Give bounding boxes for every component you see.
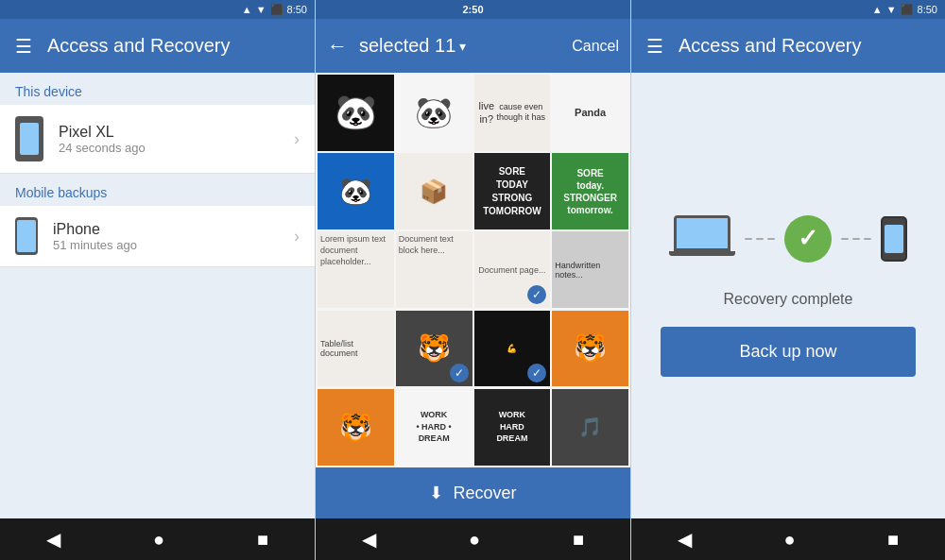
laptop-screen (674, 215, 730, 251)
iphone-device-item[interactable]: iPhone 51 minutes ago › (0, 206, 315, 267)
recovery-complete-label: Recovery complete (724, 291, 853, 308)
transfer-diagram: ✓ (669, 215, 907, 263)
iphone-icon (15, 217, 38, 255)
photo-cell[interactable]: 🐯 ✓ (396, 311, 472, 387)
recover-button[interactable]: ⬇ Recover (316, 467, 630, 518)
photo-selected-check: ✓ (450, 364, 469, 382)
photo-cell[interactable]: WORKHARDDREAM (474, 389, 551, 466)
photo-cell[interactable]: Document page... ✓ (474, 231, 551, 308)
dash (864, 238, 871, 240)
middle-time: 2:50 (462, 4, 483, 15)
left-status-bar: ▲ ▼ ⬛ 8:50 (0, 0, 315, 19)
selected-count-label: selected 11 (359, 35, 455, 57)
pixel-time: 24 seconds ago (59, 141, 294, 155)
iphone-time: 51 minutes ago (53, 238, 294, 252)
right-nav-bar: ◀ ● ■ (631, 518, 945, 560)
pixel-chevron-icon: › (294, 129, 300, 149)
iphone-name: iPhone (53, 221, 294, 238)
pixel-icon (15, 116, 43, 161)
right-time: 8:50 (918, 4, 937, 15)
pixel-info: Pixel XL 24 seconds ago (59, 124, 294, 155)
photo-cell[interactable]: SORETODAYSTRONGTOMORROW (474, 153, 551, 229)
left-recent-button[interactable]: ■ (249, 521, 276, 558)
left-content: This device Pixel XL 24 seconds ago › Mo… (0, 73, 315, 518)
right-status-bar: ▲ ▼ ⬛ 8:50 (631, 0, 945, 19)
left-panel: ▲ ▼ ⬛ 8:50 ☰ Access and Recovery This de… (0, 0, 316, 560)
pixel-name: Pixel XL (59, 124, 294, 141)
left-battery-icon: ⬛ (270, 4, 284, 16)
iphone-chevron-icon: › (294, 227, 300, 246)
right-home-button[interactable]: ● (776, 521, 802, 558)
dash (767, 238, 775, 240)
photo-cell[interactable]: WORK• HARD •DREAM (396, 389, 472, 466)
left-time: 8:50 (287, 4, 307, 15)
recover-label: Recover (453, 484, 516, 503)
backup-now-button[interactable]: Back up now (661, 327, 916, 377)
selected-count-title: selected 11 ▾ (359, 35, 560, 57)
photo-cell[interactable]: Panda (552, 75, 628, 151)
right-battery-icon: ⬛ (901, 4, 914, 16)
middle-content: 🐼 🐼 live in?cause even though it has Pan… (316, 73, 630, 518)
left-nav-bar: ◀ ● ■ (0, 518, 315, 560)
photo-cell[interactable]: Document text block here... (396, 231, 472, 308)
phone-icon (881, 216, 907, 262)
right-signal-icon: ▲ (872, 4, 883, 15)
photo-cell[interactable]: 🐼 (318, 153, 394, 229)
phone-screen (885, 225, 903, 253)
middle-status-bar: 2:50 (316, 0, 630, 19)
hamburger-icon[interactable]: ☰ (15, 35, 32, 58)
right-content: ✓ Recovery complete Back up now (631, 73, 945, 518)
right-recent-button[interactable]: ■ (880, 521, 906, 558)
photo-cell[interactable]: 💪 ✓ (474, 311, 551, 387)
iphone-info: iPhone 51 minutes ago (53, 221, 294, 252)
check-circle-icon: ✓ (784, 215, 832, 263)
right-hamburger-icon[interactable]: ☰ (646, 35, 663, 58)
recover-icon: ⬇ (429, 483, 443, 503)
pixel-device-item[interactable]: Pixel XL 24 seconds ago › (0, 105, 315, 174)
photo-cell[interactable]: Table/list document (318, 311, 394, 387)
this-device-label: This device (0, 73, 315, 105)
laptop-icon (669, 215, 735, 263)
dashed-line-left (745, 238, 775, 240)
middle-home-button[interactable]: ● (461, 521, 488, 558)
left-title: Access and Recovery (47, 35, 230, 57)
photo-cell[interactable]: 📦 (396, 153, 472, 229)
dropdown-arrow-icon[interactable]: ▾ (459, 39, 466, 54)
left-back-button[interactable]: ◀ (39, 520, 68, 558)
left-home-button[interactable]: ● (146, 521, 172, 558)
photo-cell[interactable]: 🐯 (552, 311, 628, 387)
dash (852, 238, 860, 240)
cancel-button[interactable]: Cancel (572, 38, 619, 55)
middle-recent-button[interactable]: ■ (565, 521, 592, 558)
photo-cell[interactable]: 🐼 (396, 75, 472, 151)
middle-back-icon[interactable]: ← (327, 34, 348, 59)
dashed-line-right (841, 238, 871, 240)
dash (745, 238, 752, 240)
right-back-button[interactable]: ◀ (670, 520, 699, 558)
photo-cell[interactable]: SOREtoday.STRONGERtomorrow. (552, 153, 628, 229)
right-top-bar: ☰ Access and Recovery (631, 19, 945, 73)
left-signal-icon: ▲ (242, 4, 252, 15)
middle-nav-bar: ◀ ● ■ (316, 518, 630, 560)
middle-panel: 2:50 ← selected 11 ▾ Cancel 🐼 🐼 live in?… (316, 0, 631, 560)
dash (756, 238, 764, 240)
photo-grid-wrapper: 🐼 🐼 live in?cause even though it has Pan… (316, 73, 630, 467)
right-wifi-icon: ▼ (886, 4, 897, 15)
photo-grid: 🐼 🐼 live in?cause even though it has Pan… (316, 73, 630, 467)
photo-cell[interactable]: 🎵 (552, 389, 628, 466)
recovery-complete-area: ✓ Recovery complete Back up now (631, 73, 945, 518)
middle-top-bar: ← selected 11 ▾ Cancel (316, 19, 630, 73)
left-top-bar: ☰ Access and Recovery (0, 19, 315, 73)
photo-cell[interactable]: live in?cause even though it has (474, 75, 551, 151)
photo-cell[interactable]: 🐯 (318, 389, 394, 466)
left-wifi-icon: ▼ (256, 4, 266, 15)
right-panel: ▲ ▼ ⬛ 8:50 ☰ Access and Recovery (631, 0, 945, 560)
middle-back-button[interactable]: ◀ (354, 520, 384, 558)
photo-cell[interactable]: Lorem ipsum text document placeholder... (318, 231, 394, 308)
photo-cell[interactable]: Handwritten notes... (552, 231, 628, 308)
photo-cell[interactable]: 🐼 (318, 75, 394, 151)
laptop-screen-inner (677, 218, 728, 248)
dash (841, 238, 849, 240)
laptop-base (669, 251, 735, 256)
mobile-backups-label: Mobile backups (0, 174, 315, 206)
